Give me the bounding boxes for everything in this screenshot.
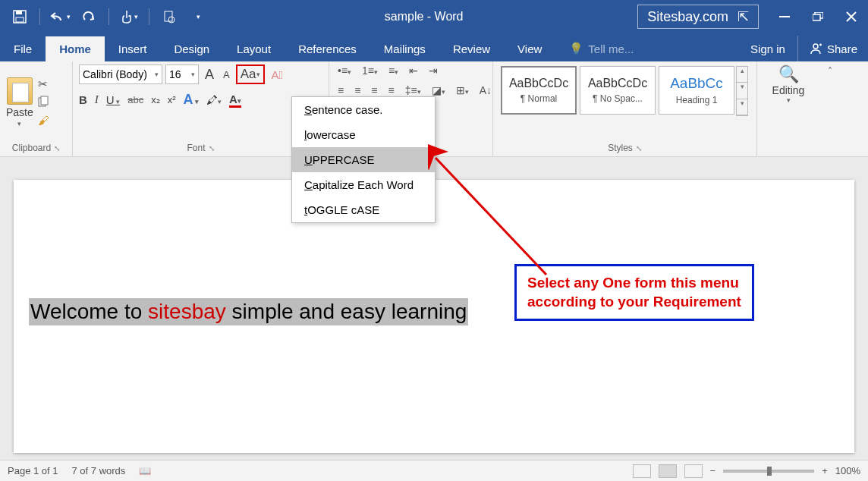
undo-icon[interactable]: ▾ xyxy=(48,5,72,29)
tab-design[interactable]: Design xyxy=(160,36,223,61)
case-lowercase[interactable]: lowercase xyxy=(292,122,435,147)
zoom-slider[interactable] xyxy=(723,470,814,473)
text-effects-button[interactable]: A ▾ xyxy=(184,92,200,108)
shading-button[interactable]: ◪▾ xyxy=(429,84,448,96)
tab-file[interactable]: File xyxy=(0,36,46,61)
bulb-icon: 💡 xyxy=(569,42,583,55)
underline-button[interactable]: U ▾ xyxy=(106,93,120,106)
save-icon[interactable] xyxy=(8,5,32,29)
print-preview-icon[interactable] xyxy=(157,5,181,29)
style-no-spacing[interactable]: AaBbCcDc ¶ No Spac... xyxy=(580,66,656,115)
annotation-line1: Select any One form this menu xyxy=(527,274,741,293)
redo-icon[interactable] xyxy=(77,5,101,29)
style-heading1[interactable]: AaBbCc Heading 1 xyxy=(659,66,734,115)
font-launcher-icon[interactable]: ⤡ xyxy=(209,144,215,152)
decrease-font-button[interactable]: A xyxy=(220,69,233,80)
tab-view[interactable]: View xyxy=(504,36,555,61)
external-icon: ⇱ xyxy=(737,8,749,25)
case-toggle[interactable]: tOGGLE cASE xyxy=(292,197,435,222)
window-controls xyxy=(768,0,868,33)
case-sentence[interactable]: SSentence case.entence case. xyxy=(292,97,435,122)
sort-button[interactable]: A↓ xyxy=(477,84,494,96)
share-button[interactable]: Share xyxy=(797,36,868,61)
styles-launcher-icon[interactable]: ⤡ xyxy=(636,144,642,152)
quick-access-toolbar: ▾ ▾ ▾ xyxy=(0,5,210,29)
paste-button[interactable]: Paste ▾ xyxy=(6,64,33,140)
tab-layout[interactable]: Layout xyxy=(223,36,285,61)
align-left-button[interactable]: ≡ xyxy=(335,84,346,96)
status-words[interactable]: 7 of 7 words xyxy=(72,465,126,476)
zoom-level[interactable]: 100% xyxy=(835,465,860,476)
qat-customize-icon[interactable]: ▾ xyxy=(186,5,210,29)
borders-button[interactable]: ⊞▾ xyxy=(454,84,471,96)
tell-me-search[interactable]: 💡Tell me... xyxy=(555,36,647,61)
decrease-indent-button[interactable]: ⇤ xyxy=(407,64,420,77)
zoom-in-button[interactable]: + xyxy=(822,465,828,476)
font-size-value: 16 xyxy=(169,68,181,80)
styles-scrollbar[interactable]: ▴▾▾ xyxy=(736,66,748,116)
tab-review[interactable]: Review xyxy=(439,36,504,61)
minimize-button[interactable] xyxy=(768,0,801,33)
font-name-value: Calibri (Body) xyxy=(83,68,147,80)
case-capitalize-each[interactable]: Capitalize Each Word xyxy=(292,172,435,197)
clear-formatting-icon[interactable]: A⃠ xyxy=(268,68,285,81)
bullets-button[interactable]: •≡▾ xyxy=(335,64,354,77)
annotation-line2: according to your Requirement xyxy=(527,293,741,312)
svg-rect-5 xyxy=(779,16,790,17)
style-normal[interactable]: AaBbCcDc ¶ Normal xyxy=(501,66,577,115)
web-layout-button[interactable] xyxy=(684,464,703,478)
doc-text-before: Welcome to xyxy=(30,300,148,323)
strikethrough-button[interactable]: abc xyxy=(127,94,143,105)
touch-mode-icon[interactable]: ▾ xyxy=(117,5,141,29)
subscript-button[interactable]: x₂ xyxy=(151,94,160,105)
font-name-combo[interactable]: Calibri (Body)▾ xyxy=(79,64,162,84)
case-uppercase[interactable]: UPPERCASE xyxy=(292,147,435,172)
superscript-button[interactable]: x² xyxy=(168,94,176,105)
tab-home[interactable]: Home xyxy=(46,36,105,61)
clipboard-launcher-icon[interactable]: ⤡ xyxy=(54,144,60,152)
increase-font-button[interactable]: A xyxy=(202,67,217,83)
collapse-ribbon-button[interactable]: ˄ xyxy=(819,61,841,156)
italic-button[interactable]: I xyxy=(95,93,99,106)
group-clipboard: Paste ▾ ✂ 🖌 Clipboard⤡ xyxy=(0,61,73,156)
increase-indent-button[interactable]: ⇥ xyxy=(426,64,440,77)
align-center-button[interactable]: ≡ xyxy=(352,84,363,96)
spellcheck-icon[interactable]: 📖 xyxy=(139,465,151,476)
status-page[interactable]: Page 1 of 1 xyxy=(8,465,58,476)
font-color-button[interactable]: A▾ xyxy=(229,93,241,108)
numbering-button[interactable]: 1≡▾ xyxy=(360,64,380,77)
sign-in-link[interactable]: Sign in xyxy=(738,36,797,61)
multilevel-button[interactable]: ≡▾ xyxy=(386,64,401,77)
highlight-button[interactable]: 🖍▾ xyxy=(206,93,222,106)
style-heading1-sample: AaBbCc xyxy=(670,75,723,92)
doc-text-after: simple and easy learning xyxy=(226,300,467,323)
format-painter-icon[interactable]: 🖌 xyxy=(38,114,49,127)
paste-label: Paste xyxy=(6,106,33,118)
tell-me-label: Tell me... xyxy=(588,42,634,55)
change-case-button[interactable]: Aa▾ xyxy=(236,64,266,84)
group-editing: 🔍 Editing ▾ xyxy=(757,61,819,156)
tab-insert[interactable]: Insert xyxy=(105,36,161,61)
zoom-out-button[interactable]: − xyxy=(710,465,716,476)
align-right-button[interactable]: ≡ xyxy=(369,84,379,96)
svg-point-7 xyxy=(813,44,818,49)
restore-button[interactable] xyxy=(801,0,835,33)
close-button[interactable] xyxy=(835,0,868,33)
justify-button[interactable]: ≡ xyxy=(386,84,397,96)
tab-references[interactable]: References xyxy=(285,36,370,61)
editing-button[interactable]: 🔍 Editing ▾ xyxy=(763,64,813,104)
share-label: Share xyxy=(827,42,857,55)
watermark-text: Sitesbay.com xyxy=(647,9,728,25)
tab-mailings[interactable]: Mailings xyxy=(370,36,439,61)
style-nospace-name: ¶ No Spac... xyxy=(593,93,643,104)
selected-text[interactable]: Welcome to sitesbay simple and easy lear… xyxy=(29,298,468,325)
bold-button[interactable]: B xyxy=(79,93,87,106)
paste-icon xyxy=(7,77,33,105)
svg-point-4 xyxy=(168,17,175,23)
line-spacing-button[interactable]: ‡≡▾ xyxy=(403,84,423,96)
cut-icon[interactable]: ✂ xyxy=(38,77,49,91)
font-size-combo[interactable]: 16▾ xyxy=(165,64,199,84)
copy-icon[interactable] xyxy=(38,96,49,109)
read-mode-button[interactable] xyxy=(633,464,651,478)
print-layout-button[interactable] xyxy=(659,464,677,478)
